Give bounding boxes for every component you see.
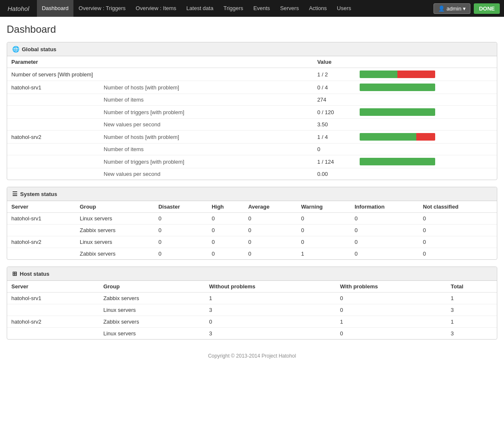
host-status-table: ServerGroupWithout problemsWith problems… <box>7 281 497 339</box>
ss-cell: Linux servers <box>76 236 154 248</box>
hs-cell: Linux servers <box>99 304 205 316</box>
host-status-header: ⊞ Host status <box>7 267 497 281</box>
ss-cell: 0 <box>244 236 297 248</box>
hs-cell: 1 <box>447 316 497 328</box>
hs-cell: Zabbix servers <box>99 316 205 328</box>
ss-cell <box>7 248 76 260</box>
ss-cell: hatohol-srv2 <box>7 236 76 248</box>
table-row: hatohol-srv1Number of hosts [with proble… <box>7 81 497 94</box>
hs-col-header: With problems <box>336 281 447 293</box>
page-title: Dashboard <box>7 24 497 35</box>
table-row: New values per second0.00 <box>7 168 497 180</box>
table-row: Number of triggers [with problem]1 / 124 <box>7 155 497 168</box>
ss-cell: 0 <box>350 213 419 225</box>
ss-cell: 0 <box>350 225 419 236</box>
table-row: Number of triggers [with problem]0 / 120 <box>7 106 497 119</box>
progress-bar <box>360 108 435 116</box>
ss-cell: 0 <box>297 213 350 225</box>
nav-item-actions[interactable]: Actions <box>304 0 332 17</box>
gs-value-cell: 1 / 124 <box>313 155 355 168</box>
grid-icon: ⊞ <box>12 270 17 277</box>
param-name: New values per second <box>104 171 160 177</box>
gs-col-param: Parameter <box>7 56 313 68</box>
user-menu-button[interactable]: 👤 admin ▾ <box>433 3 470 14</box>
progress-bar <box>360 133 435 141</box>
ss-cell: 0 <box>297 236 350 248</box>
ss-cell: 0 <box>154 213 207 225</box>
ss-cell: 0 <box>207 213 244 225</box>
ss-col-header: Warning <box>297 201 350 213</box>
hs-cell: 3 <box>205 304 336 316</box>
ss-cell: 0 <box>419 213 497 225</box>
gs-param-cell: Number of items <box>7 144 313 155</box>
hs-cell: hatohol-srv1 <box>7 293 99 304</box>
gs-param-cell: New values per second <box>7 168 313 180</box>
server-name: hatohol-srv2 <box>11 134 104 140</box>
gs-bar-cell <box>355 144 497 155</box>
hs-cell: 1 <box>447 293 497 304</box>
ss-cell <box>7 225 76 236</box>
table-row: hatohol-srv2Linux servers000000 <box>7 236 497 248</box>
ss-cell: Linux servers <box>76 213 154 225</box>
system-status-table: ServerGroupDisasterHighAverageWarningInf… <box>7 201 497 259</box>
nav-items: Dashboard Overview : Triggers Overview :… <box>37 0 433 17</box>
table-row: New values per second3.50 <box>7 119 497 131</box>
param-name: Number of triggers [with problem] <box>104 109 184 115</box>
nav-brand: Hatohol <box>4 5 33 12</box>
ss-cell: Zabbix servers <box>76 225 154 236</box>
hs-cell <box>7 304 99 316</box>
gs-value-cell: 1 / 4 <box>313 131 355 144</box>
table-row: Linux servers303 <box>7 328 497 340</box>
nav-item-triggers[interactable]: Triggers <box>218 0 248 17</box>
nav-item-overview-items[interactable]: Overview : Items <box>131 0 181 17</box>
table-row: hatohol-srv2Zabbix servers011 <box>7 316 497 328</box>
table-row: Number of items0 <box>7 144 497 155</box>
table-row: Linux servers303 <box>7 304 497 316</box>
table-row: hatohol-srv2Number of hosts [with proble… <box>7 131 497 144</box>
gs-bar-cell <box>355 94 497 106</box>
gs-col-bar <box>355 56 497 68</box>
nav-item-dashboard[interactable]: Dashboard <box>37 0 74 17</box>
progress-bar <box>360 84 435 91</box>
system-status-header: ☰ System status <box>7 187 497 201</box>
nav-item-events[interactable]: Events <box>248 0 275 17</box>
ss-cell: 1 <box>297 248 350 260</box>
ss-col-header: Not classified <box>419 201 497 213</box>
hs-cell: 1 <box>336 316 447 328</box>
param-name: New values per second <box>104 121 160 128</box>
nav-item-users[interactable]: Users <box>332 0 356 17</box>
table-row: hatohol-srv1Zabbix servers101 <box>7 293 497 304</box>
gs-bar-cell <box>355 81 497 94</box>
nav-item-overview-triggers[interactable]: Overview : Triggers <box>73 0 131 17</box>
list-icon: ☰ <box>12 191 18 197</box>
ss-col-header: Disaster <box>154 201 207 213</box>
ss-cell: 0 <box>154 236 207 248</box>
ss-cell: 0 <box>207 225 244 236</box>
footer: Copyright © 2013-2014 Project Hatohol <box>7 346 497 366</box>
gs-param-cell: hatohol-srv1Number of hosts [with proble… <box>7 81 313 94</box>
hs-col-header: Without problems <box>205 281 336 293</box>
hs-cell: 0 <box>205 316 336 328</box>
ss-cell: 0 <box>154 225 207 236</box>
nav-item-servers[interactable]: Servers <box>275 0 304 17</box>
gs-col-value: Value <box>313 56 355 68</box>
chevron-down-icon: ▾ <box>463 5 466 12</box>
global-status-title: Global status <box>22 46 56 52</box>
gs-param-cell: New values per second <box>7 119 313 131</box>
hs-cell: 0 <box>336 293 447 304</box>
gs-param-cell: Number of triggers [with problem] <box>7 155 313 168</box>
table-row: hatohol-srv1Linux servers000000 <box>7 213 497 225</box>
global-status-header: 🌐 Global status <box>7 42 497 56</box>
param-name: Number of items <box>104 97 144 103</box>
param-name: Number of hosts [with problem] <box>104 84 179 91</box>
progress-bar <box>360 158 435 165</box>
done-button[interactable]: DONE <box>474 3 500 14</box>
user-icon: 👤 <box>438 5 445 12</box>
progress-bar <box>360 71 435 78</box>
nav-item-latest-data[interactable]: Latest data <box>181 0 218 17</box>
server-name: hatohol-srv1 <box>11 84 104 91</box>
nav-right: 👤 admin ▾ DONE <box>433 3 500 14</box>
hs-cell <box>7 328 99 340</box>
hs-col-header: Server <box>7 281 99 293</box>
host-status-title: Host status <box>20 271 50 277</box>
